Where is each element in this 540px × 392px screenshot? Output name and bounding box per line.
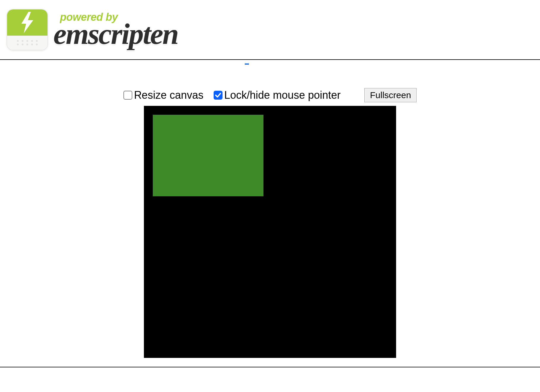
resize-canvas-label: Resize canvas [134, 89, 204, 101]
render-canvas[interactable] [144, 106, 396, 358]
emscripten-logo-icon [7, 9, 48, 50]
pointer-lock-label: Lock/hide mouse pointer [224, 89, 341, 101]
resize-canvas-control[interactable]: Resize canvas [123, 89, 204, 101]
header: powered by emscripten [0, 0, 540, 59]
logo-bolt-area [7, 9, 47, 36]
logo-base [7, 36, 47, 50]
brand-name: emscripten [53, 21, 178, 47]
brand-wordmark: powered by emscripten [53, 13, 178, 47]
progress-indicator [245, 63, 249, 65]
footer-divider [0, 367, 540, 367]
pointer-lock-control[interactable]: Lock/hide mouse pointer [214, 89, 341, 101]
canvas-container [0, 106, 540, 358]
rendered-rectangle [153, 115, 263, 196]
pointer-lock-checkbox[interactable] [214, 91, 223, 100]
controls-row: Resize canvas Lock/hide mouse pointer Fu… [0, 88, 540, 102]
fullscreen-button[interactable]: Fullscreen [364, 88, 417, 102]
lightning-bolt-icon [19, 12, 36, 33]
resize-canvas-checkbox[interactable] [123, 91, 132, 100]
header-divider [0, 59, 540, 60]
